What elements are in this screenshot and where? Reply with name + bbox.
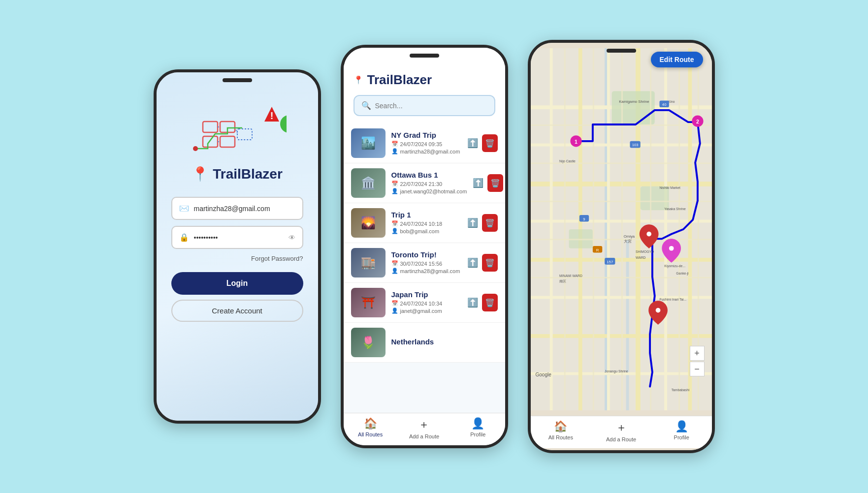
nav-add-route[interactable]: ＋ Add a Route bbox=[397, 417, 451, 439]
email-icon: ✉️ bbox=[179, 204, 189, 213]
add-icon: ＋ bbox=[418, 417, 429, 432]
map-nav-profile-label: Profile bbox=[674, 434, 689, 440]
svg-text:MINAMI WARD: MINAMI WARD bbox=[559, 274, 582, 277]
route-thumbnail-netherlands: 🌷 bbox=[351, 328, 386, 357]
routes-logo: 📍 TrailBlazer bbox=[354, 72, 495, 88]
route-date-toronto: 📅30/07/2024 15:56 bbox=[391, 260, 461, 267]
route-info-japan: Japan Trip 📅24/07/2024 10:34 👤janet@gmai… bbox=[391, 290, 461, 315]
map-nav-all-routes[interactable]: 🏠 All Routes bbox=[531, 420, 591, 442]
route-date-japan: 📅24/07/2024 10:34 bbox=[391, 300, 461, 307]
map-bottom-navigation: 🏠 All Routes ＋ Add a Route 👤 Profile bbox=[531, 416, 712, 448]
email-input[interactable] bbox=[194, 205, 295, 213]
nav-all-routes[interactable]: 🏠 All Routes bbox=[344, 417, 397, 439]
svg-text:!: ! bbox=[270, 110, 273, 121]
route-info-ny: NY Grad Trip 📅24/07/2024 09:35 👤martinzh… bbox=[391, 131, 461, 155]
svg-text:Fushimi Inari Tai...: Fushimi Inari Tai... bbox=[659, 298, 686, 301]
route-actions-japan: ⬆️ 🗑️ bbox=[467, 294, 498, 311]
home-icon: 🏠 bbox=[364, 417, 377, 430]
route-item-japan: ⛩️ Japan Trip 📅24/07/2024 10:34 👤janet@g… bbox=[344, 283, 505, 323]
routes-phone: 📍 TrailBlazer 🔍 🏙️ NY Grad Trip 📅24/07/2… bbox=[341, 45, 508, 448]
svg-text:Nishiki Market: Nishiki Market bbox=[659, 186, 680, 189]
svg-text:103: 103 bbox=[632, 143, 638, 147]
svg-text:✓: ✓ bbox=[285, 120, 287, 129]
create-account-button[interactable]: Create Account bbox=[171, 300, 303, 322]
share-button-ny[interactable]: ⬆️ bbox=[467, 138, 478, 149]
routes-logo-pin-icon: 📍 bbox=[354, 75, 363, 85]
route-thumbnail-toronto: 🏬 bbox=[351, 248, 386, 277]
profile-icon: 👤 bbox=[471, 417, 484, 430]
svg-rect-0 bbox=[203, 122, 218, 132]
map-profile-icon: 👤 bbox=[675, 420, 688, 433]
svg-text:9: 9 bbox=[583, 217, 585, 221]
login-phone: ! ✓ 📍 TrailBlazer ✉️ 🔒 👁 Forgot Password… bbox=[154, 69, 321, 424]
search-input[interactable] bbox=[375, 102, 487, 110]
route-user-ottawa: 👤janet.wang02@hotmail.com bbox=[391, 188, 467, 194]
delete-button-ottawa[interactable]: 🗑️ bbox=[487, 174, 503, 192]
edit-route-button[interactable]: Edit Route bbox=[651, 52, 703, 67]
svg-text:南区: 南区 bbox=[559, 279, 566, 283]
svg-text:Kamigamo Shrine: Kamigamo Shrine bbox=[619, 99, 649, 104]
map-nav-add-route-label: Add a Route bbox=[606, 436, 636, 442]
route-item-ny: 🏙️ NY Grad Trip 📅24/07/2024 09:35 👤marti… bbox=[344, 123, 505, 163]
svg-text:Ganke-ji: Ganke-ji bbox=[676, 272, 689, 276]
svg-point-70 bbox=[646, 232, 651, 237]
map-nav-add-route[interactable]: ＋ Add a Route bbox=[591, 420, 651, 442]
route-name-japan: Japan Trip bbox=[391, 290, 461, 299]
route-user-toronto: 👤martinzha28@gmail.com bbox=[391, 268, 461, 274]
svg-text:Yasaka Shrine: Yasaka Shrine bbox=[664, 207, 686, 211]
svg-text:WARD: WARD bbox=[636, 256, 646, 259]
svg-point-8 bbox=[193, 146, 198, 151]
route-date-ottawa: 📅22/07/2024 21:30 bbox=[391, 181, 467, 187]
svg-text:Nijo Castle: Nijo Castle bbox=[559, 159, 576, 163]
app-illustration: ! ✓ bbox=[188, 92, 287, 161]
map-phone: Kamigamo Shrine Kino Nijo Castle Nishiki… bbox=[528, 40, 715, 453]
svg-rect-1 bbox=[203, 136, 218, 147]
eye-toggle-icon[interactable]: 👁 bbox=[289, 234, 295, 242]
route-name-trip1: Trip 1 bbox=[391, 211, 461, 219]
routes-header: 📍 TrailBlazer 🔍 bbox=[344, 48, 505, 123]
routes-logo-text: TrailBlazer bbox=[367, 72, 432, 88]
forgot-password-link[interactable]: Forgot Password? bbox=[251, 255, 303, 262]
route-thumbnail-trip1: 🌄 bbox=[351, 208, 386, 238]
map-nav-profile[interactable]: 👤 Profile bbox=[651, 420, 712, 442]
routes-list: 🏙️ NY Grad Trip 📅24/07/2024 09:35 👤marti… bbox=[344, 123, 505, 413]
delete-button-trip1[interactable]: 🗑️ bbox=[482, 214, 498, 232]
route-date-ny: 📅24/07/2024 09:35 bbox=[391, 141, 461, 147]
route-date-trip1: 📅24/07/2024 10:18 bbox=[391, 220, 461, 227]
login-button[interactable]: Login bbox=[171, 272, 303, 295]
route-thumbnail-japan: ⛩️ bbox=[351, 288, 386, 317]
route-user-ny: 👤martinzha28@gmail.com bbox=[391, 148, 461, 154]
route-info-toronto: Toronto Trip! 📅30/07/2024 15:56 👤martinz… bbox=[391, 250, 461, 275]
zoom-in-button[interactable]: + bbox=[690, 346, 705, 361]
svg-rect-30 bbox=[611, 91, 654, 124]
map-nav-all-routes-label: All Routes bbox=[548, 434, 573, 440]
map-svg: Kamigamo Shrine Kino Nijo Castle Nishiki… bbox=[531, 43, 712, 416]
search-icon: 🔍 bbox=[361, 101, 371, 110]
svg-rect-3 bbox=[220, 136, 235, 147]
route-item-toronto: 🏬 Toronto Trip! 📅30/07/2024 15:56 👤marti… bbox=[344, 243, 505, 283]
share-button-japan[interactable]: ⬆️ bbox=[467, 297, 478, 308]
map-add-icon: ＋ bbox=[616, 420, 627, 435]
share-button-ottawa[interactable]: ⬆️ bbox=[473, 178, 483, 188]
delete-button-toronto[interactable]: 🗑️ bbox=[482, 254, 498, 272]
delete-button-japan[interactable]: 🗑️ bbox=[482, 294, 498, 311]
share-button-trip1[interactable]: ⬆️ bbox=[467, 217, 478, 228]
svg-rect-42 bbox=[678, 48, 680, 410]
route-name-ny: NY Grad Trip bbox=[391, 131, 461, 139]
app-logo: 📍 TrailBlazer bbox=[192, 166, 283, 182]
password-input[interactable] bbox=[194, 234, 284, 242]
route-actions-trip1: ⬆️ 🗑️ bbox=[467, 214, 498, 232]
search-bar[interactable]: 🔍 bbox=[354, 95, 495, 116]
svg-text:SHIMOGYO: SHIMOGYO bbox=[636, 250, 654, 253]
route-item-trip1: 🌄 Trip 1 📅24/07/2024 10:18 👤bob@gmail.co… bbox=[344, 203, 505, 243]
svg-text:R: R bbox=[596, 248, 599, 252]
svg-text:40: 40 bbox=[662, 102, 666, 107]
share-button-toronto[interactable]: ⬆️ bbox=[467, 257, 478, 268]
nav-profile[interactable]: 👤 Profile bbox=[451, 417, 505, 439]
svg-text:2: 2 bbox=[696, 119, 699, 124]
zoom-out-button[interactable]: − bbox=[690, 362, 705, 376]
route-actions-ottawa: ⬆️ 🗑️ bbox=[473, 174, 503, 192]
svg-text:Kiyomizu-de...: Kiyomizu-de... bbox=[664, 264, 685, 268]
google-watermark: Google bbox=[536, 372, 551, 377]
delete-button-ny[interactable]: 🗑️ bbox=[482, 134, 498, 152]
